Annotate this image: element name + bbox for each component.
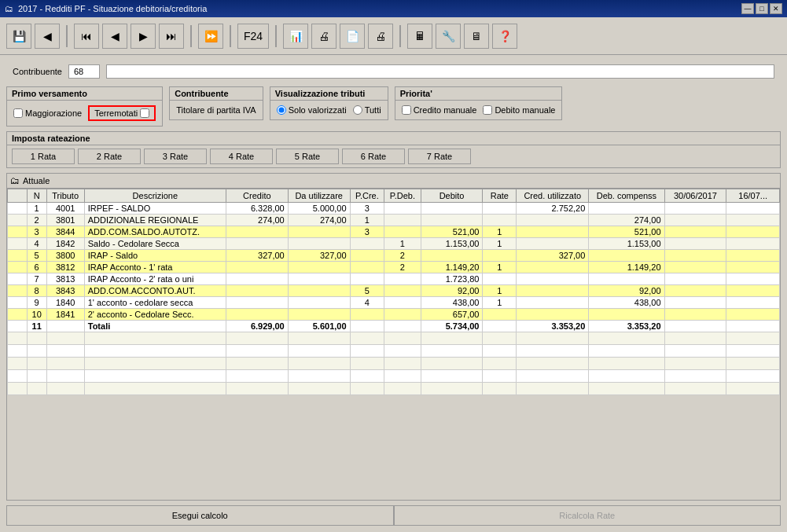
primo-versamento-panel: Primo versamento Maggiorazione Terremota… (6, 86, 163, 127)
contribuente-tipo-title: Contribuente (170, 87, 263, 101)
info-button[interactable]: ❓ (492, 24, 517, 49)
rate-btn-1[interactable]: 1 Rata (12, 149, 75, 164)
table-row[interactable]: 41842Saldo - Cedolare Secca11.153,0011.1… (8, 238, 780, 250)
priorita-title: Priorita' (395, 87, 562, 101)
solo-valorizzati-radio[interactable] (277, 105, 286, 115)
rate-btn-5[interactable]: 5 Rate (276, 149, 339, 164)
rate-buttons-container: 1 Rata2 Rate3 Rate4 Rate5 Rate6 Rate7 Ra… (7, 145, 780, 167)
table-row-empty (8, 370, 780, 383)
tools-button[interactable]: 🔧 (436, 24, 461, 49)
imposta-rateazione-title: Imposta rateazione (7, 132, 780, 145)
table-row[interactable]: 63812IRAP Acconto - 1' rata21.149,2011.1… (8, 262, 780, 273)
first-button[interactable]: ⏮ (74, 24, 99, 49)
last-button[interactable]: ⏭ (159, 24, 184, 49)
save-button[interactable]: 💾 (6, 24, 31, 49)
monitor-button[interactable]: 🖥 (464, 24, 489, 49)
esegui-calcolo-button[interactable]: Esegui calcolo (6, 505, 394, 526)
table-row[interactable]: 53800IRAP - Saldo327,00327,002327,00 (8, 250, 780, 262)
solo-valorizzati-label: Solo valorizzati (277, 105, 347, 115)
main-content: Contribuente Primo versamento Maggiorazi… (0, 55, 787, 532)
calc-button[interactable]: 🖩 (407, 24, 432, 49)
print2-button[interactable]: 📄 (340, 24, 365, 49)
terremotati-checkbox[interactable] (140, 108, 149, 118)
bottom-buttons: Esegui calcolo Ricalcola Rate (6, 505, 781, 526)
rate-btn-2[interactable]: 2 Rate (78, 149, 141, 164)
table-row-empty (8, 358, 780, 370)
maximize-button[interactable]: □ (756, 3, 768, 14)
tutti-radio[interactable] (353, 105, 362, 115)
maggiorazione-checkbox[interactable] (13, 108, 23, 118)
f24-button[interactable]: F24 (237, 24, 269, 49)
minimize-button[interactable]: — (741, 3, 754, 14)
close-button[interactable]: ✕ (770, 3, 782, 14)
debito-manuale-label: Debito manuale (483, 105, 555, 115)
rate-btn-3[interactable]: 3 Rate (144, 149, 207, 164)
table-header-row: 🗂 Attuale (7, 174, 780, 189)
visualizzazione-title: Visualizzazione tributi (270, 87, 388, 101)
table-row[interactable]: 83843ADD.COM.ACCONTO.AUT.592,00192,00 (8, 285, 780, 297)
print3-button[interactable]: 🖨 (368, 24, 393, 49)
skip-button[interactable]: ⏩ (198, 24, 223, 49)
table-container[interactable]: NTributoDescrizioneCreditoDa utilizzareP… (7, 189, 780, 500)
table-row-empty (8, 332, 780, 345)
priorita-panel: Priorita' Credito manuale Debito manuale (395, 86, 563, 120)
titolare-label: Titolare di partita IVA (176, 105, 256, 115)
contribuente-name[interactable] (106, 64, 774, 79)
data-table: NTributoDescrizioneCreditoDa utilizzareP… (7, 189, 780, 395)
table-row[interactable]: 33844ADD.COM.SALDO.AUTOTZ.3521,001521,00 (8, 226, 780, 238)
contribuente-row: Contribuente (6, 61, 781, 82)
table-row[interactable]: 73813IRAP Acconto - 2' rata o uni1.723,8… (8, 273, 780, 285)
contribuente-id[interactable] (68, 64, 100, 79)
table-row-empty (8, 383, 780, 395)
table-row-empty (8, 345, 780, 358)
contribuente-tipo-panel: Contribuente Titolare di partita IVA (169, 86, 263, 120)
rate-btn-4[interactable]: 4 Rate (210, 149, 273, 164)
print1-button[interactable]: 🖨 (311, 24, 336, 49)
imposta-rateazione-panel: Imposta rateazione 1 Rata2 Rate3 Rate4 R… (6, 131, 781, 168)
excel-button[interactable]: 📊 (283, 24, 308, 49)
maggiorazione-label: Maggiorazione (13, 108, 82, 118)
table-row[interactable]: 23801ADDIZIONALE REGIONALE274,00274,0012… (8, 215, 780, 226)
tutti-label: Tutti (353, 105, 381, 115)
attuale-label: Attuale (23, 176, 50, 185)
primo-versamento-title: Primo versamento (7, 87, 162, 101)
terremotati-button[interactable]: Terremotati (88, 105, 156, 121)
credito-manuale-label: Credito manuale (402, 105, 477, 115)
visualizzazione-panel: Visualizzazione tributi Solo valorizzati… (270, 86, 388, 120)
back-button[interactable]: ◀ (35, 24, 60, 49)
credito-manuale-checkbox[interactable] (402, 105, 411, 115)
panels-row: Primo versamento Maggiorazione Terremota… (6, 86, 781, 127)
next-button[interactable]: ▶ (131, 24, 156, 49)
table-row[interactable]: 11Totali6.929,005.601,005.734,003.353,20… (8, 321, 780, 332)
prev-button[interactable]: ◀ (102, 24, 127, 49)
rate-btn-6[interactable]: 6 Rate (342, 149, 405, 164)
toolbar: 💾 ◀ ⏮ ◀ ▶ ⏭ ⏩ F24 📊 🖨 📄 🖨 🖩 🔧 🖥 ❓ (0, 17, 787, 55)
table-row[interactable]: 1018412' acconto - Cedolare Secc.657,00 (8, 309, 780, 321)
table-row[interactable]: 14001IRPEF - SALDO6.328,005.000,0032.752… (8, 203, 780, 215)
table-row[interactable]: 918401' acconto - cedolare secca4438,001… (8, 297, 780, 309)
rate-btn-7[interactable]: 7 Rate (408, 149, 471, 164)
debito-manuale-checkbox[interactable] (483, 105, 492, 115)
table-section: 🗂 Attuale NTributoDescrizioneCreditoDa u… (6, 173, 781, 501)
tree-icon: 🗂 (10, 175, 20, 186)
ricalcola-rate-button[interactable]: Ricalcola Rate (394, 505, 781, 526)
app-icon: 🗂 (5, 4, 13, 13)
window-title: 2017 - Redditi PF - Situazione debitoria… (18, 4, 207, 13)
title-bar: 🗂 2017 - Redditi PF - Situazione debitor… (0, 0, 787, 17)
contribuente-label: Contribuente (13, 67, 62, 76)
